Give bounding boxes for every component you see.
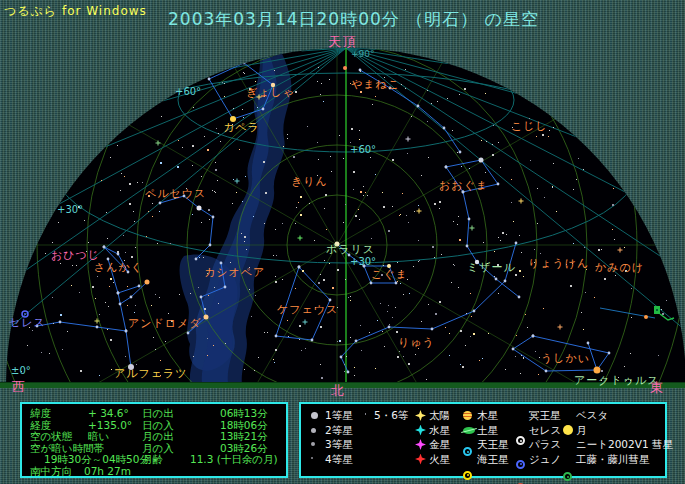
sky-dome <box>0 0 685 400</box>
info-text: 11.3 (十日余の月) <box>190 454 278 465</box>
legend-label: セレス <box>529 425 561 436</box>
legend-label: 海王星 <box>477 454 509 465</box>
info-text: 06時13分 <box>220 408 268 419</box>
mercury-icon <box>415 425 426 436</box>
saturn-icon <box>463 427 475 434</box>
info-text: 日の入 <box>142 420 174 431</box>
legend-label: 2等星 <box>325 425 353 436</box>
legend-panel: 1等星2等星3等星4等星5・6等太陽水星金星火星木星土星天王星海王星冥王星セレス… <box>299 402 667 478</box>
venus-icon <box>415 439 426 450</box>
legend-label: 火星 <box>429 454 450 465</box>
legend-label: 土星 <box>477 425 498 436</box>
info-text: 暗い <box>88 431 109 442</box>
info-text: 07h 27m <box>84 466 131 477</box>
info-text: 18時06分 <box>220 420 268 431</box>
legend-label: ジュノ <box>529 454 561 465</box>
legend-label: 工藤・藤川彗星 <box>576 454 650 465</box>
sky-chart[interactable]: 天頂+90°+60°+30°+60°+30°±0°ぎょしゃやまねここじしきりんペ… <box>0 0 685 400</box>
legend-label: 冥王星 <box>529 410 561 421</box>
info-text: 空の状態 <box>30 431 72 442</box>
vesta-icon <box>563 472 572 481</box>
info-text: 月の入 <box>142 443 174 454</box>
mag3-star-icon <box>311 442 315 446</box>
legend-label: 1等星 <box>325 410 353 421</box>
info-text: 南中方向 <box>30 466 72 477</box>
app-window: つるぷら for Windows 2003年03月14日20時00分 （明石） … <box>0 0 685 484</box>
info-text: + 34.6° <box>88 408 129 419</box>
info-text: 19時30分～04時50分 <box>44 454 150 465</box>
mag2-star-icon <box>311 428 316 433</box>
legend-label: 5・6等 <box>374 410 408 421</box>
legend-label: 木星 <box>477 410 498 421</box>
moon-icon <box>563 425 573 435</box>
info-text: 月齢 <box>142 454 163 465</box>
legend-label: 月 <box>576 425 587 436</box>
legend-label: 3等星 <box>325 439 353 450</box>
mag1-star-icon <box>311 412 318 419</box>
legend-label: 4等星 <box>325 454 353 465</box>
pluto-icon <box>516 436 525 445</box>
info-text: +135.0° <box>88 420 132 431</box>
legend-label: 金星 <box>429 439 450 450</box>
legend-label: パラス <box>529 439 561 450</box>
neptune-icon <box>463 471 472 480</box>
sun-icon <box>415 410 426 421</box>
legend-label: 太陽 <box>429 410 450 421</box>
info-text: 緯度 <box>30 408 51 419</box>
info-text: 日の出 <box>142 408 174 419</box>
legend-label: ベスタ <box>576 410 608 421</box>
info-text: 03時26分 <box>220 443 268 454</box>
observation-info-panel: 緯度+ 34.6°日の出06時13分経度+135.0°日の入18時06分空の状態… <box>20 402 288 478</box>
legend-label: 水星 <box>429 425 450 436</box>
ceres-icon <box>516 460 525 469</box>
info-text: 空が暗い時間帯 <box>30 443 104 454</box>
legend-label: ニート2002V1 彗星 <box>576 439 673 450</box>
legend-label: 天王星 <box>477 439 509 450</box>
jupiter-icon <box>463 411 472 420</box>
mars-icon <box>415 454 426 465</box>
info-text: 月の出 <box>142 431 174 442</box>
info-text: 13時21分 <box>220 431 268 442</box>
mag4-star-icon <box>311 457 313 459</box>
mag56-star-icon <box>365 413 366 415</box>
uranus-icon <box>463 447 472 456</box>
info-text: 経度 <box>30 420 51 431</box>
